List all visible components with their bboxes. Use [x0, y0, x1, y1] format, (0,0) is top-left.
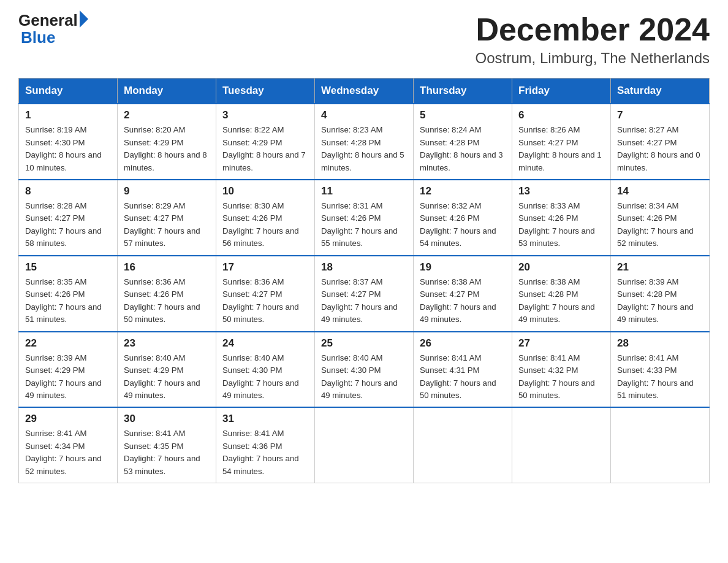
day-info: Sunrise: 8:36 AMSunset: 4:26 PMDaylight:…: [124, 276, 210, 326]
day-info: Sunrise: 8:26 AMSunset: 4:27 PMDaylight:…: [518, 124, 604, 174]
day-number: 26: [420, 337, 506, 350]
calendar-cell: 4Sunrise: 8:23 AMSunset: 4:28 PMDaylight…: [315, 104, 414, 180]
header-thursday: Thursday: [414, 79, 512, 104]
calendar-cell: 19Sunrise: 8:38 AMSunset: 4:27 PMDayligh…: [414, 256, 512, 332]
page-header: General Blue December 2024 Oostrum, Limb…: [18, 12, 710, 67]
calendar-cell: 9Sunrise: 8:29 AMSunset: 4:27 PMDaylight…: [118, 180, 216, 256]
header-saturday: Saturday: [611, 79, 710, 104]
calendar-cell: 29Sunrise: 8:41 AMSunset: 4:34 PMDayligh…: [19, 407, 118, 483]
calendar-title: December 2024: [476, 12, 710, 47]
calendar-cell: [611, 407, 710, 483]
calendar-cell: [512, 407, 611, 483]
day-number: 4: [321, 109, 407, 121]
day-info: Sunrise: 8:34 AMSunset: 4:26 PMDaylight:…: [617, 200, 703, 250]
logo-general-text: General: [18, 12, 78, 28]
day-number: 6: [518, 109, 604, 121]
calendar-cell: 6Sunrise: 8:26 AMSunset: 4:27 PMDaylight…: [512, 104, 611, 180]
header-friday: Friday: [512, 79, 611, 104]
day-number: 14: [617, 185, 703, 197]
calendar-cell: [315, 407, 414, 483]
calendar-cell: 7Sunrise: 8:27 AMSunset: 4:27 PMDaylight…: [611, 104, 710, 180]
day-info: Sunrise: 8:41 AMSunset: 4:33 PMDaylight:…: [617, 352, 703, 402]
day-info: Sunrise: 8:27 AMSunset: 4:27 PMDaylight:…: [617, 124, 703, 174]
day-info: Sunrise: 8:19 AMSunset: 4:30 PMDaylight:…: [25, 124, 111, 174]
logo-top: General: [18, 12, 88, 28]
day-info: Sunrise: 8:40 AMSunset: 4:30 PMDaylight:…: [321, 352, 407, 402]
calendar-cell: 21Sunrise: 8:39 AMSunset: 4:28 PMDayligh…: [611, 256, 710, 332]
calendar-cell: 30Sunrise: 8:41 AMSunset: 4:35 PMDayligh…: [118, 407, 216, 483]
day-info: Sunrise: 8:39 AMSunset: 4:28 PMDaylight:…: [617, 276, 703, 326]
calendar-cell: 2Sunrise: 8:20 AMSunset: 4:29 PMDaylight…: [118, 104, 216, 180]
day-info: Sunrise: 8:38 AMSunset: 4:28 PMDaylight:…: [518, 276, 604, 326]
day-number: 17: [222, 261, 308, 274]
header-wednesday: Wednesday: [315, 79, 414, 104]
day-info: Sunrise: 8:20 AMSunset: 4:29 PMDaylight:…: [124, 124, 210, 174]
day-number: 20: [518, 261, 604, 274]
day-number: 15: [25, 261, 111, 274]
day-number: 10: [222, 185, 308, 197]
logo-arrow-icon: [80, 10, 88, 28]
calendar-week-row: 22Sunrise: 8:39 AMSunset: 4:29 PMDayligh…: [19, 332, 710, 408]
header-sunday: Sunday: [19, 79, 118, 104]
day-number: 8: [25, 185, 111, 197]
calendar-body: 1Sunrise: 8:19 AMSunset: 4:30 PMDaylight…: [19, 104, 710, 483]
day-number: 31: [222, 413, 308, 425]
day-info: Sunrise: 8:36 AMSunset: 4:27 PMDaylight:…: [222, 276, 308, 326]
calendar-cell: 1Sunrise: 8:19 AMSunset: 4:30 PMDaylight…: [19, 104, 118, 180]
calendar-cell: 27Sunrise: 8:41 AMSunset: 4:32 PMDayligh…: [512, 332, 611, 408]
day-number: 28: [617, 337, 703, 350]
calendar-cell: 5Sunrise: 8:24 AMSunset: 4:28 PMDaylight…: [414, 104, 512, 180]
calendar-cell: 14Sunrise: 8:34 AMSunset: 4:26 PMDayligh…: [611, 180, 710, 256]
day-info: Sunrise: 8:32 AMSunset: 4:26 PMDaylight:…: [420, 200, 506, 250]
day-number: 16: [124, 261, 210, 274]
calendar-cell: 15Sunrise: 8:35 AMSunset: 4:26 PMDayligh…: [19, 256, 118, 332]
calendar-cell: 11Sunrise: 8:31 AMSunset: 4:26 PMDayligh…: [315, 180, 414, 256]
day-number: 23: [124, 337, 210, 350]
day-info: Sunrise: 8:30 AMSunset: 4:26 PMDaylight:…: [222, 200, 308, 250]
day-number: 7: [617, 109, 703, 121]
day-number: 3: [222, 109, 308, 121]
day-info: Sunrise: 8:23 AMSunset: 4:28 PMDaylight:…: [321, 124, 407, 174]
calendar-week-row: 1Sunrise: 8:19 AMSunset: 4:30 PMDaylight…: [19, 104, 710, 180]
calendar-cell: 12Sunrise: 8:32 AMSunset: 4:26 PMDayligh…: [414, 180, 512, 256]
day-info: Sunrise: 8:28 AMSunset: 4:27 PMDaylight:…: [25, 200, 111, 250]
calendar-cell: 8Sunrise: 8:28 AMSunset: 4:27 PMDaylight…: [19, 180, 118, 256]
day-info: Sunrise: 8:40 AMSunset: 4:30 PMDaylight:…: [222, 352, 308, 402]
calendar-week-row: 29Sunrise: 8:41 AMSunset: 4:34 PMDayligh…: [19, 407, 710, 483]
calendar-cell: 13Sunrise: 8:33 AMSunset: 4:26 PMDayligh…: [512, 180, 611, 256]
day-number: 29: [25, 413, 111, 425]
day-number: 12: [420, 185, 506, 197]
day-info: Sunrise: 8:39 AMSunset: 4:29 PMDaylight:…: [25, 352, 111, 402]
day-number: 1: [25, 109, 111, 121]
day-number: 19: [420, 261, 506, 274]
day-info: Sunrise: 8:41 AMSunset: 4:31 PMDaylight:…: [420, 352, 506, 402]
calendar-cell: 17Sunrise: 8:36 AMSunset: 4:27 PMDayligh…: [216, 256, 315, 332]
calendar-table: Sunday Monday Tuesday Wednesday Thursday…: [18, 78, 710, 483]
day-info: Sunrise: 8:24 AMSunset: 4:28 PMDaylight:…: [420, 124, 506, 174]
calendar-cell: 22Sunrise: 8:39 AMSunset: 4:29 PMDayligh…: [19, 332, 118, 408]
title-section: December 2024 Oostrum, Limburg, The Neth…: [476, 12, 710, 67]
calendar-week-row: 8Sunrise: 8:28 AMSunset: 4:27 PMDaylight…: [19, 180, 710, 256]
day-info: Sunrise: 8:38 AMSunset: 4:27 PMDaylight:…: [420, 276, 506, 326]
calendar-cell: 23Sunrise: 8:40 AMSunset: 4:29 PMDayligh…: [118, 332, 216, 408]
day-number: 30: [124, 413, 210, 425]
calendar-cell: 18Sunrise: 8:37 AMSunset: 4:27 PMDayligh…: [315, 256, 414, 332]
day-info: Sunrise: 8:41 AMSunset: 4:34 PMDaylight:…: [25, 427, 111, 478]
calendar-week-row: 15Sunrise: 8:35 AMSunset: 4:26 PMDayligh…: [19, 256, 710, 332]
day-number: 22: [25, 337, 111, 350]
calendar-subtitle: Oostrum, Limburg, The Netherlands: [476, 50, 710, 67]
calendar-cell: 26Sunrise: 8:41 AMSunset: 4:31 PMDayligh…: [414, 332, 512, 408]
day-number: 24: [222, 337, 308, 350]
calendar-cell: 10Sunrise: 8:30 AMSunset: 4:26 PMDayligh…: [216, 180, 315, 256]
logo: General Blue: [18, 12, 88, 47]
day-info: Sunrise: 8:35 AMSunset: 4:26 PMDaylight:…: [25, 276, 111, 326]
day-info: Sunrise: 8:22 AMSunset: 4:29 PMDaylight:…: [222, 124, 308, 174]
day-info: Sunrise: 8:41 AMSunset: 4:32 PMDaylight:…: [518, 352, 604, 402]
day-info: Sunrise: 8:40 AMSunset: 4:29 PMDaylight:…: [124, 352, 210, 402]
header-tuesday: Tuesday: [216, 79, 315, 104]
day-number: 2: [124, 109, 210, 121]
day-number: 21: [617, 261, 703, 274]
day-info: Sunrise: 8:29 AMSunset: 4:27 PMDaylight:…: [124, 200, 210, 250]
logo-blue-text: Blue: [21, 28, 55, 47]
calendar-cell: 3Sunrise: 8:22 AMSunset: 4:29 PMDaylight…: [216, 104, 315, 180]
